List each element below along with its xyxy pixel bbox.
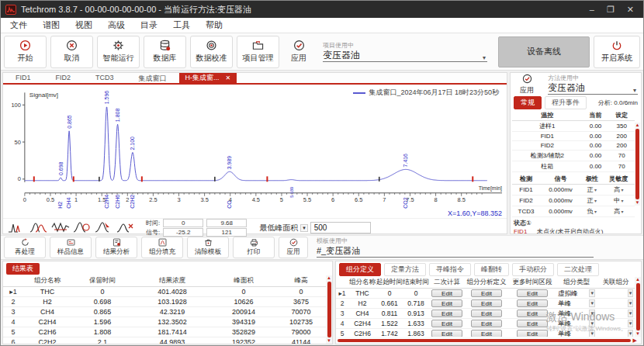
scroll-up-icon[interactable]: ▲ (327, 275, 331, 281)
close-button[interactable]: ✕ (627, 5, 634, 15)
table-row[interactable]: 2H20.6610.718EditEditEdit单峰▾▾ (336, 299, 635, 309)
method-dropdown-caret-icon[interactable]: ▾ (632, 87, 638, 94)
results-scrollbar[interactable]: ▲ ▼ (326, 275, 332, 344)
dropdown-caret-icon[interactable]: ▾ (628, 320, 634, 327)
scroll-up-icon[interactable]: ▲ (635, 123, 640, 128)
dropdown-caret-icon[interactable]: ▾ (593, 209, 597, 214)
scrollbar-thumb[interactable] (338, 339, 631, 342)
related-component-cell[interactable]: ▾ (597, 309, 635, 319)
component-type-cell[interactable]: 单峰▾ (556, 319, 597, 329)
scroll-down-icon[interactable]: ▼ (635, 331, 640, 337)
tab-program-events[interactable]: 程升事件 (545, 96, 587, 109)
definition-tab-active[interactable]: 组分定义 (339, 263, 381, 276)
component-type-cell[interactable]: 虚拟峰▾ (556, 289, 597, 299)
method-field-value[interactable]: 变压器油 (548, 82, 585, 94)
dropdown-caret-icon[interactable]: ▾ (620, 199, 624, 203)
component-type-cell[interactable]: 单峰▾ (556, 299, 597, 309)
scroll-right-icon[interactable]: ▶ (631, 337, 639, 344)
definition-tab-item[interactable]: 寻峰指令 (429, 263, 471, 276)
table-row[interactable]: ▸1THC00EditEditEdit虚拟峰▾▾ (336, 289, 635, 299)
project-dropdown-caret-icon[interactable]: ▾ (481, 54, 487, 61)
related-component-cell[interactable]: ▾ (597, 319, 635, 329)
signal-from-input[interactable]: -25.2 (163, 228, 203, 237)
cancel-button[interactable]: 取消 (50, 36, 93, 68)
temperature-row[interactable]: FID10.00200 (512, 132, 635, 141)
scroll-up-icon[interactable]: ▲ (635, 277, 640, 282)
tab-general[interactable]: 常规 (514, 96, 542, 109)
detector-row[interactable]: TCD30.000mv负 ▾高 ▾ (512, 206, 635, 217)
table-row[interactable]: 2H20.698103.1928106263675 (3, 297, 326, 307)
menu-spectrum[interactable]: 谱图 (43, 19, 60, 31)
device-offline-button[interactable]: 设备离线 (498, 36, 590, 67)
tab-h-integration-active[interactable]: H-集成窗... ✕ (179, 73, 237, 83)
detector-row[interactable]: FID20.000mv正 ▾中 ▾ (512, 195, 635, 206)
min-peak-area-caret-icon[interactable]: ▾ (300, 224, 308, 232)
scrollbar-thumb[interactable] (327, 282, 331, 337)
edit-button[interactable]: Edit (517, 310, 548, 317)
chromatogram-area[interactable]: 05010000.511.522.533.544.555.566.577.588… (3, 85, 507, 218)
maximize-button[interactable]: ❐ (607, 5, 615, 15)
time-from-input[interactable]: 0 (163, 219, 203, 227)
tab-fid2[interactable]: FID2 (43, 73, 84, 83)
dropdown-caret-icon[interactable]: ▾ (589, 310, 595, 317)
edit-button[interactable]: Edit (431, 299, 462, 307)
dropdown-caret-icon[interactable]: ▾ (593, 188, 597, 192)
scrollbar-thumb[interactable] (636, 283, 640, 330)
menu-file[interactable]: 文件 (10, 19, 27, 31)
temperature-row[interactable]: 检测3/辅助20.0070 (512, 151, 635, 161)
dropdown-caret-icon[interactable]: ▾ (628, 310, 634, 317)
peak-split-tool-icon[interactable] (8, 221, 26, 235)
table-cell[interactable]: 高 ▾ (603, 185, 635, 195)
peak-lasso-tool-icon[interactable] (73, 221, 92, 235)
edit-button[interactable]: Edit (431, 320, 462, 327)
menu-view[interactable]: 视图 (75, 19, 92, 31)
tab-fid1[interactable]: FID1 (3, 73, 43, 83)
apply-project-button[interactable]: 应用 (283, 36, 314, 68)
table-cell[interactable]: 中 ▾ (603, 195, 635, 206)
sample-info-button[interactable]: 样品信息 (50, 237, 92, 258)
dropdown-caret-icon[interactable]: ▾ (589, 320, 595, 327)
definition-scrollbar[interactable]: ▲ ▼ (635, 277, 641, 337)
edit-button[interactable]: Edit (431, 289, 462, 297)
definition-tab-item[interactable]: 手动积分 (512, 263, 554, 276)
signal-to-input[interactable]: 121 (206, 228, 247, 237)
table-cell[interactable]: 正 ▾ (581, 185, 603, 195)
related-component-cell[interactable]: ▾ (597, 289, 635, 299)
project-field-value[interactable]: 变压器油 (323, 50, 360, 61)
temperature-row[interactable]: FID20.00200 (512, 141, 635, 151)
start-button[interactable]: 开始 (4, 36, 47, 68)
project-manage-button[interactable]: 项目管理 (237, 36, 279, 68)
edit-button[interactable]: Edit (517, 299, 548, 307)
chromatogram-plot[interactable]: 05010000.511.522.533.544.555.566.577.588… (3, 85, 507, 216)
menu-catalog[interactable]: 目录 (140, 19, 158, 31)
edit-button[interactable]: Edit (471, 310, 502, 317)
peak-merge-tool-icon[interactable] (29, 221, 48, 235)
edit-button[interactable]: Edit (471, 299, 502, 307)
dropdown-caret-icon[interactable]: ▾ (620, 209, 624, 214)
method-panel-scrollbar[interactable]: ▲ ▼ (635, 123, 640, 206)
table-row[interactable]: 3CH40.8110.913EditEditEdit单峰▾▾ (336, 309, 635, 319)
related-component-cell[interactable]: ▾ (597, 299, 635, 309)
apply-template-button[interactable]: 应用 (279, 237, 308, 258)
dropdown-caret-icon[interactable]: ▾ (628, 289, 634, 297)
result-analysis-button[interactable]: 结果分析 (95, 237, 137, 258)
dropdown-caret-icon[interactable]: ▾ (620, 188, 624, 192)
database-button[interactable]: 数据库 (144, 36, 186, 68)
component-type-cell[interactable]: 单峰▾ (556, 309, 597, 319)
edit-button[interactable]: Edit (431, 310, 462, 317)
smart-run-button[interactable]: 智能运行 (97, 36, 140, 68)
tab-tcd3[interactable]: TCD3 (83, 73, 126, 83)
definition-hscrollbar[interactable]: ▶ (336, 337, 641, 344)
table-row[interactable]: 4C2H41.5221.633EditEditEdit单峰▾▾ (336, 319, 635, 329)
peak-pick-tool-icon[interactable] (95, 221, 113, 235)
definition-tab-item[interactable]: 峰翻转 (474, 263, 509, 276)
temperature-row[interactable]: 进样10.00350 (512, 121, 635, 132)
table-row[interactable]: 6C2H22.144.989319235241144 (3, 337, 326, 345)
results-badge[interactable]: 结果表 (6, 263, 40, 275)
template-field-value[interactable]: #_变压器油 (317, 245, 360, 257)
table-cell[interactable]: 负 ▾ (581, 206, 603, 217)
scroll-down-icon[interactable]: ▼ (327, 338, 331, 344)
table-cell[interactable]: 高 ▾ (603, 206, 635, 217)
peak-delete-tool-icon[interactable] (116, 221, 135, 235)
dropdown-caret-icon[interactable]: ▾ (589, 289, 595, 297)
